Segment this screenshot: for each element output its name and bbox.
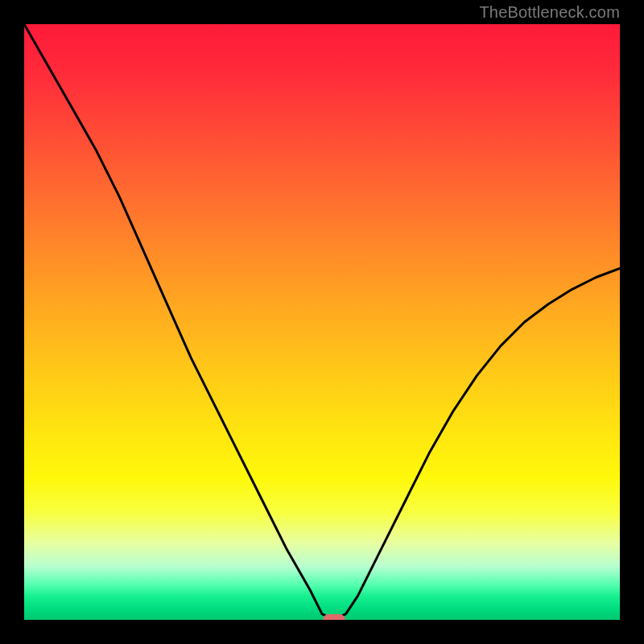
chart-frame: TheBottleneck.com xyxy=(0,0,644,644)
bottleneck-curve xyxy=(24,24,620,620)
bottleneck-marker xyxy=(323,614,345,620)
plot-area xyxy=(24,24,620,620)
watermark-text: TheBottleneck.com xyxy=(479,3,620,22)
